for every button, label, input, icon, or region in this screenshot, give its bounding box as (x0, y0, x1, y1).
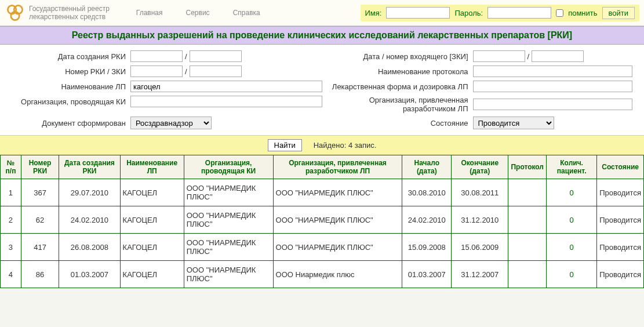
table-cell: ООО "НИАРМЕДИК ПЛЮС" (184, 179, 273, 206)
org-ki-input[interactable] (130, 96, 322, 107)
remember-checkbox[interactable] (556, 9, 563, 17)
table-cell: 417 (21, 234, 59, 261)
org-ki-label: Организация, проводящая КИ (12, 97, 130, 106)
col-header[interactable]: Состояние (597, 155, 644, 179)
slash: / (527, 52, 530, 61)
date-rki-to[interactable] (190, 50, 242, 62)
logo-text: Государственный реестр лекарственных сре… (29, 5, 110, 21)
table-cell (508, 179, 547, 206)
state-label: Состояние (322, 119, 473, 128)
num-rki-input[interactable] (130, 66, 183, 77)
table-cell: 30.08.2011 (452, 179, 508, 206)
col-header[interactable]: Протокол (508, 155, 547, 179)
table-cell: ООО "НИАРМЕДИК ПЛЮС" (273, 206, 402, 234)
dose-input[interactable] (473, 81, 633, 92)
search-form: Дата создания РКИ / Дата / номер входяще… (0, 45, 644, 135)
state-select[interactable]: Проводится (473, 117, 554, 129)
table-cell (508, 261, 547, 288)
nav-links: Главная Сервис Справка (136, 9, 260, 17)
page-title: Реестр выданных разрешений на проведение… (0, 26, 644, 45)
doc-label: Документ сформирован (12, 119, 130, 128)
table-cell: 0 (546, 261, 596, 288)
nav-main[interactable]: Главная (136, 9, 163, 17)
table-cell: КАГОЦЕЛ (120, 261, 184, 288)
org-dev-input[interactable] (473, 99, 633, 110)
num-zki-input[interactable] (190, 66, 242, 77)
table-cell: 1 (1, 179, 21, 206)
find-button[interactable]: Найти (268, 139, 302, 151)
table-cell: ООО "НИАРМЕДИК ПЛЮС" (273, 179, 402, 206)
col-header[interactable]: Окончание (дата) (452, 155, 508, 179)
login-button[interactable]: войти (602, 7, 635, 19)
header: Государственный реестр лекарственных сре… (0, 0, 644, 26)
col-header[interactable]: Начало (дата) (402, 155, 452, 179)
date-rki-label: Дата создания РКИ (12, 52, 130, 61)
table-cell: 24.02.2010 (402, 206, 452, 234)
login-block: Имя: Пароль: помнить войти (361, 5, 640, 21)
table-cell: КАГОЦЕЛ (120, 179, 184, 206)
slash: / (185, 52, 187, 61)
found-text: Найдено: 4 запис. (314, 141, 377, 150)
table-cell: 0 (546, 234, 596, 261)
col-header[interactable]: Организация, проводящая КИ (184, 155, 273, 179)
table-cell: Проводится (597, 234, 644, 261)
date-in-to[interactable] (532, 50, 584, 62)
results-table: № п/пНомер РКИДата создания РКИНаименова… (0, 155, 644, 288)
col-header[interactable]: Наименование ЛП (120, 155, 184, 179)
table-cell: 26.08.2008 (59, 234, 120, 261)
nav-help[interactable]: Справка (233, 9, 260, 17)
table-row: 341726.08.2008КАГОЦЕЛООО "НИАРМЕДИК ПЛЮС… (1, 234, 644, 261)
name-lp-input[interactable] (130, 81, 322, 92)
search-bar: Найти Найдено: 4 запис. (0, 135, 644, 155)
name-lp-label: Наименование ЛП (12, 82, 130, 91)
protocol-label: Наименование протокола (322, 67, 473, 76)
table-cell: 2 (1, 206, 21, 234)
table-cell: 86 (21, 261, 59, 288)
table-cell: 62 (21, 206, 59, 234)
table-cell: Проводится (597, 261, 644, 288)
login-pass-input[interactable] (487, 7, 551, 19)
table-cell: 0 (546, 206, 596, 234)
table-body: 136729.07.2010КАГОЦЕЛООО "НИАРМЕДИК ПЛЮС… (1, 179, 644, 288)
logo-icon (5, 2, 26, 23)
table-cell: 4 (1, 261, 21, 288)
col-header[interactable]: Номер РКИ (21, 155, 59, 179)
remember-label: помнить (568, 9, 597, 17)
table-cell: 15.09.2008 (402, 234, 452, 261)
num-rki-label: Номер РКИ / ЗКИ (12, 67, 130, 76)
table-cell (508, 234, 547, 261)
dose-label: Лекарственная форма и дозировка ЛП (322, 82, 473, 91)
table-cell: Проводится (597, 179, 644, 206)
protocol-input[interactable] (473, 66, 633, 77)
table-row: 48601.03.2007КАГОЦЕЛООО "НИАРМЕДИК ПЛЮС"… (1, 261, 644, 288)
logo-line1: Государственный реестр (29, 5, 110, 13)
table-cell: 24.02.2010 (59, 206, 120, 234)
col-header[interactable]: Дата создания РКИ (59, 155, 120, 179)
table-row: 136729.07.2010КАГОЦЕЛООО "НИАРМЕДИК ПЛЮС… (1, 179, 644, 206)
table-cell: ООО "НИАРМЕДИК ПЛЮС" (273, 234, 402, 261)
slash: / (185, 67, 187, 76)
nav-service[interactable]: Сервис (186, 9, 210, 17)
login-pass-label: Пароль: (454, 9, 483, 17)
table-cell: 31.12.2007 (452, 261, 508, 288)
date-in-from[interactable] (473, 50, 525, 62)
login-name-input[interactable] (386, 7, 450, 19)
table-cell: 30.08.2010 (402, 179, 452, 206)
table-cell: ООО "НИАРМЕДИК ПЛЮС" (184, 206, 273, 234)
org-dev-label: Организация, привлеченная разработчиком … (322, 96, 473, 113)
table-cell: 29.07.2010 (59, 179, 120, 206)
doc-select[interactable]: Росздравнадзор (130, 117, 212, 129)
table-cell: 01.03.2007 (402, 261, 452, 288)
login-name-label: Имя: (365, 9, 382, 17)
table-cell: ООО Ниармедик плюс (273, 261, 402, 288)
logo-line2: лекарственных средств (29, 13, 110, 21)
table-cell: 3 (1, 234, 21, 261)
table-cell: 31.12.2010 (452, 206, 508, 234)
table-cell: ООО "НИАРМЕДИК ПЛЮС" (184, 261, 273, 288)
col-header[interactable]: Колич. пациент. (546, 155, 596, 179)
date-rki-from[interactable] (130, 50, 183, 62)
date-in-label: Дата / номер входящего [ЗКИ] (322, 52, 473, 61)
col-header[interactable]: Организация, привлеченная разработчиком … (273, 155, 402, 179)
table-head-row: № п/пНомер РКИДата создания РКИНаименова… (1, 155, 644, 179)
col-header[interactable]: № п/п (1, 155, 21, 179)
